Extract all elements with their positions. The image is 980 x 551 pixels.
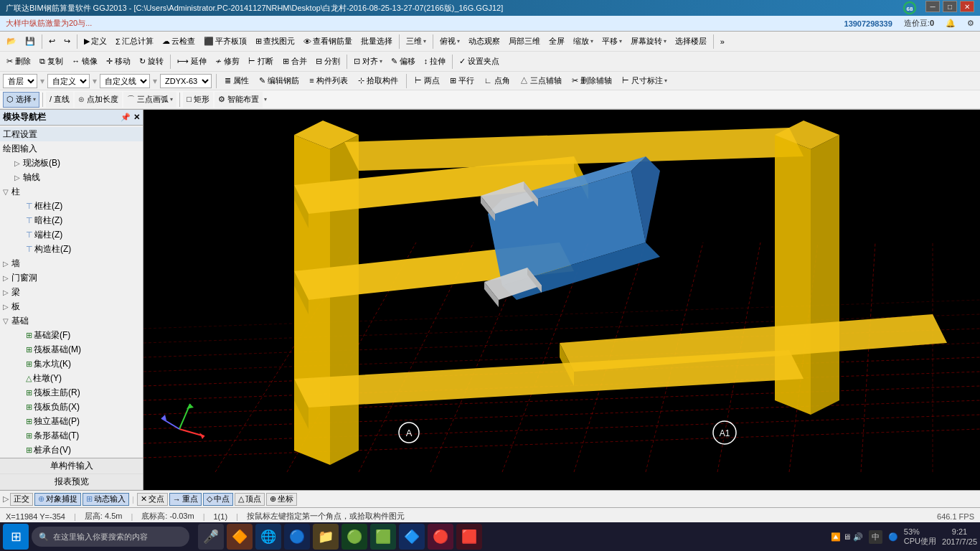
sidebar-item-门窗洞[interactable]: ▷ 门窗洞 [0, 270, 143, 285]
snap-对象捕捉-button[interactable]: ⊕ 对象捕捉 [34, 493, 81, 506]
notify-settings-icon[interactable]: ⚙ [967, 19, 974, 28]
rotate-element-button[interactable]: ↻ 旋转 [136, 54, 167, 70]
point-angle-button[interactable]: ∟ 点角 [481, 73, 514, 89]
top-view-dropdown[interactable]: 俯视▾ [436, 34, 463, 50]
align-dropdown[interactable]: ⊡ 对齐▾ [350, 54, 386, 70]
batch-select-button[interactable]: 批量选择 [357, 34, 396, 50]
sidebar-item-独立基础[interactable]: ⊞ 独立基础(P) [0, 414, 143, 428]
extend-button[interactable]: ⟼ 延伸 [174, 54, 210, 70]
sidebar-pin-button[interactable]: 📌 [121, 113, 131, 122]
split-button[interactable]: ⊟ 分割 [312, 54, 344, 70]
snap-重点-button[interactable]: → 重点 [169, 493, 202, 506]
taskbar-app-g1[interactable]: 🟢 [341, 524, 367, 550]
property-button[interactable]: ≣ 属性 [221, 73, 253, 89]
sidebar-item-基础[interactable]: ▽ 基础 [0, 314, 143, 328]
sidebar-item-筏板负筋[interactable]: ⊞ 筏板负筋(X) [0, 400, 143, 414]
close-button[interactable]: ✕ [960, 1, 974, 12]
code-selector[interactable]: ZDYX-63 [160, 74, 212, 88]
partial-3d-button[interactable]: 局部三维 [505, 34, 544, 50]
rectangle-button[interactable]: □ 矩形 [183, 92, 213, 108]
mirror-button[interactable]: ↔ 镜像 [68, 54, 101, 70]
point-length-button[interactable]: ⊙ 点加长度 [75, 92, 122, 108]
fullscreen-button[interactable]: 全屏 [545, 34, 568, 50]
sidebar-item-桩承台[interactable]: ⊞ 桩承台(V) [0, 443, 143, 457]
sidebar-item-板[interactable]: ▷ 板 [0, 299, 143, 314]
pan-dropdown[interactable]: 平移▾ [598, 34, 626, 50]
two-point-button[interactable]: ⊢ 两点 [411, 73, 443, 89]
more-button[interactable]: » [717, 34, 728, 50]
taskbar-app-folder[interactable]: 📁 [313, 524, 339, 550]
edit-rebar-button[interactable]: ✎ 编辑钢筋 [255, 73, 303, 89]
sidebar-item-筏板基础[interactable]: ⊞ 筏板基础(M) [0, 342, 143, 357]
taskbar-app-s2[interactable]: 🟥 [456, 524, 482, 550]
report-preview-button[interactable]: 报表预览 [0, 474, 143, 490]
view-rebar-button[interactable]: 👁查看钢筋量 [300, 34, 356, 50]
rotate-dropdown[interactable]: 屏幕旋转▾ [627, 34, 670, 50]
dimension-dropdown[interactable]: ⊢ 尺寸标注▾ [618, 73, 671, 89]
sidebar-item-框柱[interactable]: ⊤ 框柱(Z) [0, 199, 143, 213]
parallel-button[interactable]: ⊞ 平行 [446, 73, 478, 89]
three-point-aux-button[interactable]: △ 三点辅轴 [517, 73, 565, 89]
taskbar-input-method[interactable]: 中 [869, 530, 882, 544]
offset-button[interactable]: ✎ 偏移 [387, 54, 419, 70]
set-grip-button[interactable]: ✓ 设置夹点 [456, 54, 503, 70]
floor-selector[interactable]: 首层 [3, 74, 37, 88]
taskbar-app-edge[interactable]: 🌐 [255, 524, 281, 550]
single-comp-input-button[interactable]: 单构件输入 [0, 458, 143, 474]
sidebar-item-现浇板[interactable]: ▷ 现浇板(B) [0, 156, 143, 170]
taskbar-app-mic[interactable]: 🎤 [198, 524, 224, 550]
snap-交点-button[interactable]: ✕ 交点 [137, 493, 168, 506]
move-button[interactable]: ✛ 移动 [103, 54, 134, 70]
taskbar-app-blue[interactable]: 🔷 [399, 524, 425, 550]
minimize-button[interactable]: ─ [925, 1, 940, 12]
del-aux-button[interactable]: ✂ 删除辅轴 [568, 73, 616, 89]
save-button[interactable]: 💾 [22, 34, 39, 50]
snap-中点-button[interactable]: ◇ 中点 [203, 493, 233, 506]
zoom-dropdown[interactable]: 缩放▾ [570, 34, 597, 50]
dynamic-view-button[interactable]: 动态观察 [465, 34, 504, 50]
3d-viewport[interactable]: A A1 [143, 110, 980, 490]
break-button[interactable]: ⊢ 打断 [245, 54, 277, 70]
sidebar-item-构造柱[interactable]: ⊤ 构造柱(Z) [0, 242, 143, 256]
copy-button[interactable]: ⧉ 复制 [36, 54, 67, 70]
sidebar-item-梁[interactable]: ▷ 梁 [0, 285, 143, 299]
sidebar-item-轴线[interactable]: ▷ 轴线 [0, 170, 143, 184]
sidebar-item-墙[interactable]: ▷ 墙 [0, 256, 143, 270]
sidebar-item-柱[interactable]: ▽ 柱 [0, 184, 143, 199]
delete-button[interactable]: ✂ 删除 [3, 54, 34, 70]
taskbar-app-s1[interactable]: 🔴 [428, 524, 453, 550]
comp-list-button[interactable]: ≡ 构件列表 [306, 73, 351, 89]
sidebar-item-集水坑[interactable]: ⊞ 集水坑(K) [0, 357, 143, 371]
view-selector[interactable]: 自定义 [47, 74, 90, 88]
sidebar-item-基础梁[interactable]: ⊞ 基础梁(F) [0, 328, 143, 342]
sidebar-item-柱墩[interactable]: △ 柱墩(Y) [0, 371, 143, 385]
3d-view-dropdown[interactable]: 三维▾ [402, 34, 430, 50]
calc-button[interactable]: Σ汇总计算 [112, 34, 157, 50]
select-dropdown[interactable]: ⬡ 选择▾ [3, 92, 39, 108]
sidebar-item-drawing-input[interactable]: 绘图输入 [0, 141, 143, 156]
align-top-button[interactable]: ⬛平齐板顶 [200, 34, 250, 50]
sidebar-item-engineering-setup[interactable]: 工程设置 [0, 127, 143, 141]
pick-comp-button[interactable]: ⊹ 拾取构件 [354, 73, 402, 89]
snap-坐标-button[interactable]: ⊕ 坐标 [266, 493, 297, 506]
sidebar-item-条形基础[interactable]: ⊞ 条形基础(T) [0, 428, 143, 443]
select-floor-button[interactable]: 选择楼层 [672, 34, 710, 50]
redo-button[interactable]: ↪ [60, 34, 74, 50]
sidebar-item-筏板主筋[interactable]: ⊞ 筏板主筋(R) [0, 385, 143, 400]
line-button[interactable]: / 直线 [46, 92, 73, 108]
arc-dropdown[interactable]: ⌒ 三点画弧▾ [123, 92, 176, 108]
open-button[interactable]: 📂 [3, 34, 20, 50]
stretch-button[interactable]: ↕ 拉伸 [420, 54, 450, 70]
taskbar-app-ie[interactable]: 🔵 [284, 524, 310, 550]
sidebar-item-暗柱[interactable]: ⊤ 暗柱(Z) [0, 213, 143, 227]
merge-button[interactable]: ⊞ 合并 [279, 54, 311, 70]
find-element-button[interactable]: ⊞查找图元 [252, 34, 298, 50]
define-button[interactable]: ▶定义 [80, 34, 110, 50]
smart-place-button[interactable]: ⚙ 智能布置 [215, 92, 263, 108]
snap-正交-button[interactable]: 正交 [10, 493, 33, 506]
maximize-button[interactable]: □ [943, 1, 957, 12]
axis-selector[interactable]: 自定义线 [100, 74, 150, 88]
taskbar-app-g2[interactable]: 🟩 [370, 524, 396, 550]
sidebar-close-button[interactable]: ✕ [133, 113, 140, 122]
trim-button[interactable]: ≁ 修剪 [212, 54, 243, 70]
